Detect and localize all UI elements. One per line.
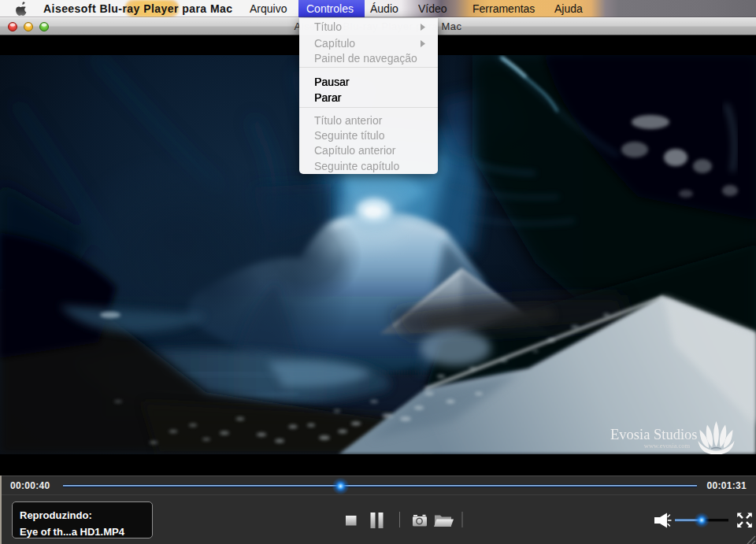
svg-text:Evosia Studios: Evosia Studios <box>610 427 698 442</box>
svg-text:www.evosia.com: www.evosia.com <box>644 442 691 450</box>
